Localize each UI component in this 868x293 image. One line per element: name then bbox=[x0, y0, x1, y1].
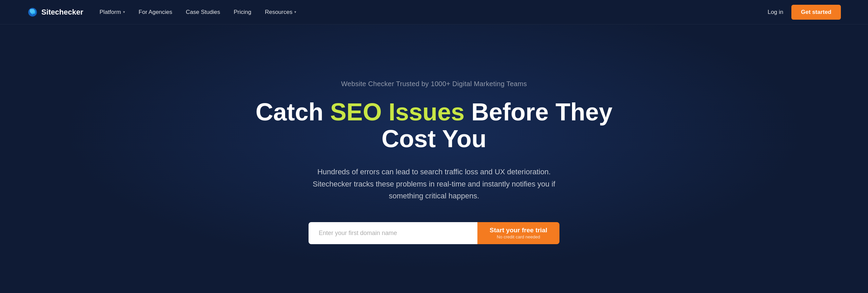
login-button[interactable]: Log in bbox=[768, 9, 783, 16]
nav-item-pricing[interactable]: Pricing bbox=[234, 9, 251, 16]
hero-tagline: Website Checker Trusted by 1000+ Digital… bbox=[341, 80, 527, 88]
nav-link-case-studies[interactable]: Case Studies bbox=[186, 9, 220, 16]
hero-cta-form: Start your free trial No credit card nee… bbox=[309, 222, 559, 244]
hero-subtext: Hundreds of errors can lead to search tr… bbox=[302, 166, 566, 202]
hero-section: Website Checker Trusted by 1000+ Digital… bbox=[0, 24, 868, 293]
hero-heading-prefix: Catch bbox=[256, 98, 330, 125]
navbar: Sitechecker Platform ▾ For Agencies Case… bbox=[0, 0, 868, 24]
nav-link-resources[interactable]: Resources ▾ bbox=[265, 9, 296, 16]
chevron-down-icon: ▾ bbox=[123, 10, 125, 14]
get-started-button[interactable]: Get started bbox=[791, 5, 841, 20]
trial-button-line1: Start your free trial bbox=[490, 226, 547, 235]
nav-right: Log in Get started bbox=[768, 5, 841, 20]
nav-links: Platform ▾ For Agencies Case Studies Pri… bbox=[100, 9, 297, 16]
nav-item-resources[interactable]: Resources ▾ bbox=[265, 9, 296, 16]
logo-icon bbox=[27, 7, 38, 18]
nav-left: Sitechecker Platform ▾ For Agencies Case… bbox=[27, 7, 296, 18]
nav-item-case-studies[interactable]: Case Studies bbox=[186, 9, 220, 16]
domain-input[interactable] bbox=[309, 222, 477, 244]
logo-link[interactable]: Sitechecker bbox=[27, 7, 83, 18]
hero-heading: Catch SEO Issues Before They Cost You bbox=[231, 99, 637, 152]
hero-heading-highlight: SEO Issues bbox=[330, 98, 465, 125]
chevron-down-icon: ▾ bbox=[294, 10, 296, 14]
nav-link-agencies[interactable]: For Agencies bbox=[139, 9, 172, 16]
trial-button[interactable]: Start your free trial No credit card nee… bbox=[477, 222, 559, 244]
nav-link-platform[interactable]: Platform ▾ bbox=[100, 9, 125, 16]
nav-item-platform[interactable]: Platform ▾ bbox=[100, 9, 125, 16]
nav-link-pricing[interactable]: Pricing bbox=[234, 9, 251, 16]
trial-button-line2: No credit card needed bbox=[497, 234, 540, 240]
brand-name: Sitechecker bbox=[41, 8, 83, 17]
nav-item-agencies[interactable]: For Agencies bbox=[139, 9, 172, 16]
